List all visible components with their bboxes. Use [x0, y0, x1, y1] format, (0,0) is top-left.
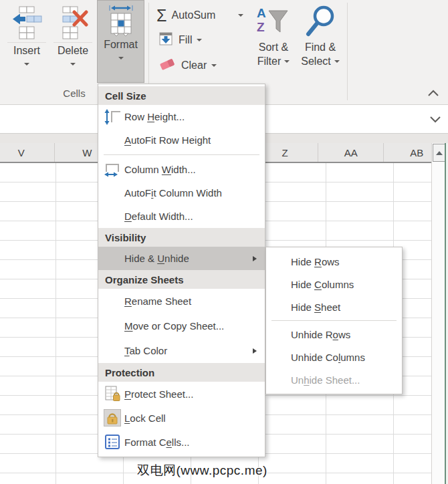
label-part: Hide: [291, 301, 314, 313]
collapse-ribbon-button[interactable]: [426, 87, 441, 99]
label-part: S: [314, 301, 321, 313]
menu-item-label: Hide Sheet: [291, 301, 340, 313]
fill-button[interactable]: Fill: [158, 31, 202, 49]
menu-item-column-width[interactable]: Column Width...: [98, 158, 265, 181]
label-part: lls...: [172, 437, 190, 448]
format-button[interactable]: Format: [97, 0, 144, 83]
delete-button[interactable]: Delete: [51, 1, 95, 66]
menu-item-default-width[interactable]: Default Width...: [98, 205, 265, 228]
menu-item-rename-sheet[interactable]: Rename Sheet: [98, 289, 265, 314]
menu-header-cell-size: Cell Size: [98, 86, 265, 105]
label-part: ide Sheet...: [310, 374, 360, 386]
label-part: ows: [322, 256, 340, 267]
menu-item-label: Unhide Rows: [291, 329, 350, 340]
label-part: nhide: [164, 253, 189, 264]
sort-filter-label-line1: Sort &: [259, 40, 288, 54]
label-part: umns: [340, 352, 365, 363]
menu-item-label: Protect Sheet...: [124, 388, 193, 400]
menu-item-autofit-row-height[interactable]: AutoFit Row Height: [98, 128, 265, 152]
format-dropdown-menu: Cell Size Row Height... AutoFit Row Heig…: [98, 84, 265, 457]
menu-header-label: Organize Sheets: [105, 274, 184, 285]
format-cells-icon: [104, 433, 121, 451]
delete-cells-icon: [58, 1, 88, 40]
label-part: idth...: [171, 164, 196, 175]
label-part: C: [314, 279, 322, 290]
dropdown-arrow-icon[interactable]: [70, 63, 76, 66]
dropdown-arrow-icon[interactable]: [24, 63, 29, 66]
submenu-item-hide-sheet[interactable]: Hide Sheet: [266, 295, 402, 318]
sigma-icon: Σ: [156, 7, 166, 24]
menu-header-protection: Protection: [98, 363, 265, 382]
sort-filter-button[interactable]: A Z Sort & Filter: [253, 3, 294, 68]
submenu-item-hide-columns[interactable]: Hide Columns: [266, 273, 402, 295]
sort-filter-icon: A Z: [253, 3, 294, 40]
label-part: W: [162, 164, 171, 175]
menu-item-label: AutoFit Row Height: [124, 134, 211, 146]
formula-bar-expand-button[interactable]: [428, 113, 443, 125]
label-part: heet: [321, 301, 340, 313]
label-part: P: [124, 388, 131, 400]
label-part: Unhide Co: [291, 352, 338, 363]
label-part: Hide &: [124, 253, 157, 264]
menu-item-label: Row Height...: [124, 111, 185, 122]
dropdown-arrow-icon[interactable]: [118, 57, 124, 59]
menu-item-label: Hide Rows: [291, 256, 340, 267]
label-part: ws: [338, 329, 350, 340]
menu-item-label: Tab Color: [124, 345, 167, 356]
group-divider: [347, 3, 348, 100]
fill-icon: [158, 31, 174, 49]
menu-item-label: Rename Sheet: [124, 295, 191, 307]
submenu-item-unhide-rows[interactable]: Unhide Rows: [266, 323, 402, 346]
autosum-dropdown-arrow-icon[interactable]: [238, 14, 243, 17]
menu-item-hide-unhide[interactable]: Hide & Unhide: [98, 247, 265, 270]
autosum-button[interactable]: Σ AutoSum: [156, 5, 215, 25]
label-part: R: [314, 256, 322, 267]
scrollbar-up-button[interactable]: [433, 144, 445, 162]
delete-button-label: Delete: [58, 44, 88, 57]
menu-header-label: Visibility: [105, 232, 146, 243]
submenu-arrow-icon: [253, 256, 257, 261]
menu-item-label: AutoFit Column Width: [124, 187, 222, 199]
label-part: AutoF: [124, 187, 151, 199]
menu-item-protect-sheet[interactable]: Protect Sheet...: [98, 382, 265, 406]
col-header-v[interactable]: V: [0, 143, 55, 162]
fill-label: Fill: [179, 34, 192, 46]
col-header-aa[interactable]: AA: [318, 143, 384, 162]
label-part: M: [124, 320, 133, 332]
insert-button[interactable]: Insert: [4, 1, 49, 66]
label-part: R: [124, 295, 132, 307]
find-magnifier-icon: [298, 3, 342, 40]
label-part: Format C: [124, 437, 166, 448]
filter-funnel-icon: [267, 8, 290, 37]
autosum-label: AutoSum: [171, 9, 215, 21]
submenu-item-unhide-columns[interactable]: Unhide Columns: [266, 346, 402, 368]
label-part: ab Color: [130, 345, 168, 356]
find-select-button[interactable]: Find & Select: [298, 3, 342, 68]
dropdown-arrow-icon: [334, 60, 340, 63]
menu-item-label: Column Width...: [124, 164, 196, 175]
menu-item-row-height[interactable]: Row Height...: [98, 105, 265, 128]
column-width-icon: [104, 161, 121, 178]
menu-item-autofit-column-width[interactable]: AutoFit Column Width: [98, 181, 265, 205]
lock-cell-icon: [104, 409, 121, 427]
menu-item-label: Format Cells...: [124, 437, 190, 448]
menu-item-tab-color[interactable]: Tab Color: [98, 338, 265, 363]
menu-item-lock-cell[interactable]: Lock Cell: [98, 406, 265, 430]
label-part: Unhide R: [291, 329, 333, 340]
menu-item-move-or-copy-sheet[interactable]: Move or Copy Sheet...: [98, 314, 265, 338]
insert-button-label: Insert: [13, 44, 40, 57]
menu-item-label: Unhide Columns: [291, 352, 365, 363]
label-part: D: [124, 211, 132, 222]
label-part: Hide: [291, 256, 314, 267]
sort-filter-label-line2: Filter: [257, 54, 282, 68]
divider: [7, 42, 46, 43]
label-part: t Column Width: [153, 187, 222, 199]
label-part: utoFit Row Height: [131, 134, 211, 146]
submenu-item-hide-rows[interactable]: Hide Rows: [266, 250, 402, 273]
watermark-text: 双电网(www.pcpc.me): [137, 462, 267, 479]
clear-button[interactable]: Clear: [159, 57, 217, 74]
chevron-up-icon: [427, 90, 439, 97]
find-select-label-line1: Find &: [305, 40, 336, 54]
submenu-item-unhide-sheet: Unhide Sheet...: [266, 368, 402, 391]
menu-item-format-cells[interactable]: Format Cells...: [98, 430, 265, 454]
